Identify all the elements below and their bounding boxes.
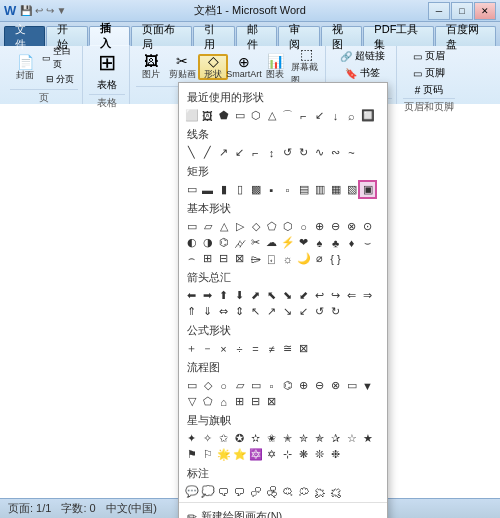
shape-item[interactable]: 🖼: [200, 108, 215, 123]
shape-item[interactable]: ⊕: [296, 378, 311, 393]
shape-item[interactable]: ⌒: [280, 108, 295, 123]
shape-item[interactable]: { }: [328, 251, 343, 266]
shape-item[interactable]: ⌐: [248, 145, 263, 160]
shape-item[interactable]: 🗨: [216, 484, 231, 499]
shape-item[interactable]: ⚐: [200, 447, 215, 462]
shape-item[interactable]: ⊖: [312, 378, 327, 393]
shape-item[interactable]: 💬: [184, 484, 199, 499]
shape-item[interactable]: ↕: [264, 145, 279, 160]
shape-item[interactable]: ✬: [264, 431, 279, 446]
shape-item[interactable]: ◇: [200, 378, 215, 393]
shape-item[interactable]: ⌬: [216, 235, 231, 250]
shape-item[interactable]: ⬈: [248, 288, 263, 303]
restore-button[interactable]: □: [451, 2, 473, 20]
shape-item[interactable]: ⌀: [312, 251, 327, 266]
shape-item[interactable]: ∿: [312, 145, 327, 160]
shape-item[interactable]: ⬇: [232, 288, 247, 303]
shape-item[interactable]: ✫: [248, 431, 263, 446]
shape-item[interactable]: ⊕: [312, 219, 327, 234]
shape-item[interactable]: 🗫: [264, 484, 279, 499]
tab-layout[interactable]: 页面布局: [131, 26, 192, 46]
shape-item[interactable]: ⬅: [184, 288, 199, 303]
shape-item[interactable]: ⊠: [296, 341, 311, 356]
shape-item[interactable]: ↺: [312, 304, 327, 319]
shape-item[interactable]: ⊗: [328, 378, 343, 393]
shape-item[interactable]: ❤: [296, 235, 311, 250]
shape-item[interactable]: ↗: [264, 304, 279, 319]
shape-item[interactable]: ○: [296, 219, 311, 234]
new-canvas-button[interactable]: ✏ 新建绘图画布(N): [179, 505, 387, 518]
shape-item[interactable]: ▭: [184, 219, 199, 234]
shape-item-selected[interactable]: ▣: [360, 182, 375, 197]
shape-item[interactable]: ⬟: [216, 108, 231, 123]
shape-item[interactable]: ⊠: [232, 251, 247, 266]
shape-item[interactable]: ↗: [216, 145, 231, 160]
shape-item[interactable]: ↻: [328, 304, 343, 319]
shape-item[interactable]: ▷: [232, 219, 247, 234]
shape-item[interactable]: ★: [360, 431, 375, 446]
shape-item[interactable]: ↻: [296, 145, 311, 160]
shape-item[interactable]: ▽: [184, 394, 199, 409]
shape-item[interactable]: ⌕: [344, 108, 359, 123]
tab-view[interactable]: 视图: [321, 26, 362, 46]
shape-item[interactable]: ✯: [312, 431, 327, 446]
shape-item[interactable]: ✂: [248, 235, 263, 250]
shape-item[interactable]: ⬊: [280, 288, 295, 303]
shape-item[interactable]: ⌣: [360, 235, 375, 250]
shape-item[interactable]: ≅: [280, 341, 295, 356]
shape-item[interactable]: ▪: [264, 182, 279, 197]
shape-item[interactable]: ↩: [312, 288, 327, 303]
shape-item[interactable]: 🔯: [248, 447, 263, 462]
shape-item[interactable]: ⇓: [200, 304, 215, 319]
shape-item[interactable]: =: [248, 341, 263, 356]
shape-item[interactable]: ⊟: [248, 394, 263, 409]
tab-home[interactable]: 开始: [46, 26, 87, 46]
shape-item[interactable]: ▤: [296, 182, 311, 197]
shape-item[interactable]: ✧: [200, 431, 215, 446]
shape-item[interactable]: ⇕: [232, 304, 247, 319]
shape-item[interactable]: ▧: [344, 182, 359, 197]
shape-item[interactable]: ▱: [232, 378, 247, 393]
shape-item[interactable]: ↘: [280, 304, 295, 319]
footer-button[interactable]: ▭页脚: [403, 65, 455, 81]
shape-item[interactable]: ⬜: [184, 108, 199, 123]
shape-item[interactable]: ×: [216, 341, 231, 356]
shape-item[interactable]: ▥: [312, 182, 327, 197]
shape-item[interactable]: ⊞: [232, 394, 247, 409]
shape-item[interactable]: ▼: [360, 378, 375, 393]
shape-item[interactable]: ⬉: [264, 288, 279, 303]
shape-item[interactable]: ↺: [280, 145, 295, 160]
shape-item[interactable]: ➡: [200, 288, 215, 303]
table-button[interactable]: ⊞ 表格: [89, 48, 125, 94]
header-button[interactable]: ▭页眉: [403, 48, 455, 64]
shape-item[interactable]: ✦: [184, 431, 199, 446]
shape-item[interactable]: ⌂: [216, 394, 231, 409]
shape-item[interactable]: 🗩: [232, 484, 247, 499]
shape-item[interactable]: ▫: [280, 182, 295, 197]
shape-item[interactable]: ↙: [296, 304, 311, 319]
shape-item[interactable]: ⌢: [184, 251, 199, 266]
shape-item[interactable]: ⌐: [296, 108, 311, 123]
shape-item[interactable]: ○: [216, 378, 231, 393]
cover-button[interactable]: 📄 封面: [10, 56, 40, 82]
tab-file[interactable]: 文件: [4, 26, 45, 46]
clipart-button[interactable]: ✂ 剪贴画: [167, 54, 197, 80]
window-controls[interactable]: ─ □ ✕: [428, 2, 496, 20]
shape-item[interactable]: ✭: [280, 431, 295, 446]
shape-item[interactable]: ◇: [248, 219, 263, 234]
tab-review[interactable]: 审阅: [278, 26, 319, 46]
shape-item[interactable]: ♦: [344, 235, 359, 250]
shape-item[interactable]: ≠: [264, 341, 279, 356]
shape-item[interactable]: ⊗: [344, 219, 359, 234]
shape-item[interactable]: ⊹: [280, 447, 295, 462]
shape-item[interactable]: ∾: [328, 145, 343, 160]
shape-item[interactable]: ▭: [248, 378, 263, 393]
shape-item[interactable]: ⌬: [280, 378, 295, 393]
shape-item[interactable]: 🌙: [296, 251, 311, 266]
shape-item[interactable]: ⭐: [232, 447, 247, 462]
shape-item[interactable]: ▫: [264, 378, 279, 393]
shape-item[interactable]: 🗬: [280, 484, 295, 499]
shape-item[interactable]: ✮: [296, 431, 311, 446]
tab-pdf[interactable]: PDF工具集: [363, 26, 434, 46]
picture-button[interactable]: 🖼 图片: [136, 54, 166, 80]
